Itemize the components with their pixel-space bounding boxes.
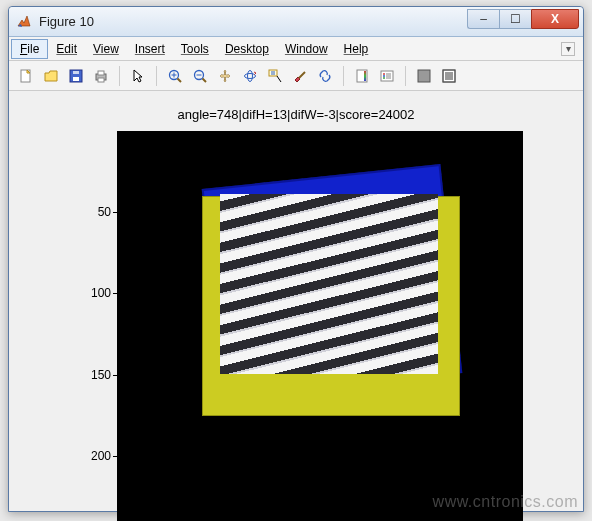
close-button[interactable]: X: [531, 9, 579, 29]
watermark: www.cntronics.com: [433, 493, 578, 511]
ytick-label: 150: [83, 368, 111, 382]
ytick-label: 50: [83, 205, 111, 219]
titlebar[interactable]: Figure 10 – ☐ X: [9, 7, 583, 37]
window-title: Figure 10: [39, 14, 94, 29]
figure-window: Figure 10 – ☐ X File Edit View Insert To…: [8, 6, 584, 512]
menu-view[interactable]: View: [85, 40, 127, 58]
zoom-out-icon[interactable]: [189, 65, 211, 87]
menu-window[interactable]: Window: [277, 40, 336, 58]
svg-rect-16: [269, 70, 277, 76]
menu-insert[interactable]: Insert: [127, 40, 173, 58]
toolbar-sep: [343, 66, 344, 86]
matlab-icon: [15, 13, 33, 31]
data-cursor-icon[interactable]: [264, 65, 286, 87]
svg-rect-22: [364, 71, 366, 81]
svg-point-15: [248, 70, 253, 81]
brush-icon[interactable]: [289, 65, 311, 87]
save-icon[interactable]: [65, 65, 87, 87]
svg-line-20: [299, 72, 305, 78]
menubar: File Edit View Insert Tools Desktop Wind…: [9, 37, 583, 61]
menu-overflow-icon[interactable]: ▾: [561, 42, 575, 56]
menu-edit[interactable]: Edit: [48, 40, 85, 58]
svg-line-19: [277, 76, 281, 82]
toolbar-sep: [119, 66, 120, 86]
pointer-icon[interactable]: [127, 65, 149, 87]
link-icon[interactable]: [314, 65, 336, 87]
axes[interactable]: 50 100 150 200 250 50 100 150 200: [117, 131, 523, 521]
striped-image: [220, 194, 438, 374]
svg-point-14: [245, 73, 256, 78]
axes-title: angle=748|difH=13|difW=-3|score=24002: [9, 107, 583, 122]
svg-rect-3: [73, 71, 79, 74]
menu-tools[interactable]: Tools: [173, 40, 217, 58]
menu-desktop[interactable]: Desktop: [217, 40, 277, 58]
svg-rect-6: [98, 78, 104, 82]
toolbar-sep: [156, 66, 157, 86]
svg-rect-30: [418, 70, 430, 82]
show-plot-icon[interactable]: [438, 65, 460, 87]
pan-icon[interactable]: [214, 65, 236, 87]
toolbar-sep: [405, 66, 406, 86]
hide-plot-icon[interactable]: [413, 65, 435, 87]
figure-canvas[interactable]: angle=748|difH=13|difW=-3|score=24002 50…: [9, 91, 583, 511]
svg-line-13: [203, 78, 207, 82]
rotate3d-icon[interactable]: [239, 65, 261, 87]
svg-rect-2: [73, 77, 79, 81]
window-controls: – ☐ X: [467, 14, 579, 29]
svg-line-10: [178, 78, 182, 82]
open-file-icon[interactable]: [40, 65, 62, 87]
print-icon[interactable]: [90, 65, 112, 87]
legend-icon[interactable]: [376, 65, 398, 87]
menu-file[interactable]: File: [11, 39, 48, 59]
ytick-label: 100: [83, 286, 111, 300]
zoom-in-icon[interactable]: [164, 65, 186, 87]
new-file-icon[interactable]: [15, 65, 37, 87]
colorbar-icon[interactable]: [351, 65, 373, 87]
menu-help[interactable]: Help: [336, 40, 377, 58]
toolbar: [9, 61, 583, 91]
ytick-label: 200: [83, 449, 111, 463]
image-overlay: [202, 176, 462, 421]
minimize-button[interactable]: –: [467, 9, 499, 29]
svg-rect-33: [445, 72, 453, 80]
svg-rect-5: [98, 71, 104, 75]
maximize-button[interactable]: ☐: [499, 9, 531, 29]
